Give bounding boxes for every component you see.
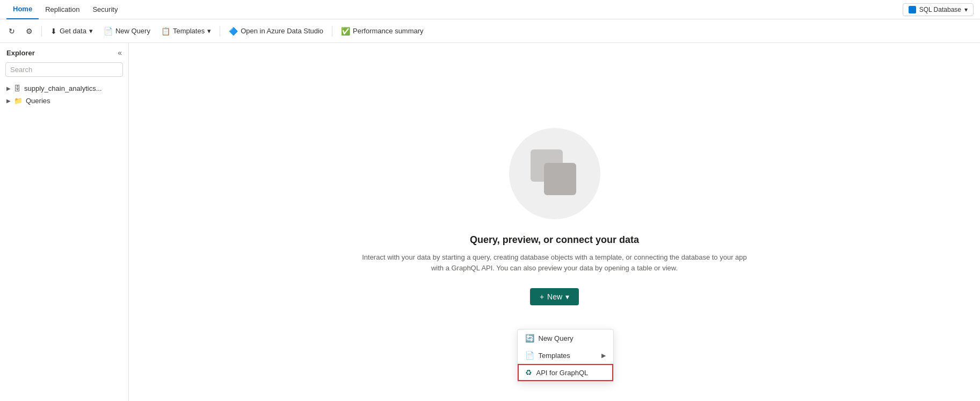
explorer-title: Explorer [6, 49, 35, 57]
queries-label: Queries [26, 97, 122, 105]
placeholder-graphic [509, 128, 600, 219]
open-ads-label: Open in Azure Data Studio [241, 27, 323, 35]
open-ads-icon: 🔷 [229, 27, 238, 35]
dropdown-new-query-label: New Query [539, 334, 574, 342]
refresh-button[interactable]: ↻ [4, 23, 19, 40]
expand-arrow-icon: ▶ [6, 85, 11, 91]
templates-button[interactable]: 📋 Templates ▾ [157, 23, 215, 40]
new-query-button[interactable]: 📄 New Query [99, 23, 155, 40]
folder-icon: 📁 [14, 97, 23, 105]
templates-label: Templates [173, 27, 205, 35]
api-graphql-icon: ♻ [525, 368, 532, 377]
new-button-label: New [547, 292, 562, 301]
tree-item-supply-chain[interactable]: ▶ 🗄 supply_chain_analytics... [0, 82, 128, 95]
toolbar: ↻ ⚙ ⬇ Get data ▾ 📄 New Query 📋 Templates… [0, 19, 980, 43]
expand-arrow-icon-2: ▶ [6, 98, 11, 104]
new-query-icon: 📄 [104, 27, 113, 35]
settings-button[interactable]: ⚙ [21, 23, 37, 40]
perf-summary-label: Performance summary [353, 27, 423, 35]
search-input[interactable] [5, 62, 123, 77]
dropdown-arrow-icon: ▾ [89, 27, 93, 35]
open-ads-button[interactable]: 🔷 Open in Azure Data Studio [224, 23, 328, 40]
nav-tab-replication[interactable]: Replication [39, 0, 86, 19]
toolbar-separator-2 [220, 26, 220, 37]
main-description: Interact with your data by starting a qu… [356, 252, 753, 273]
dropdown-api-graphql[interactable]: ♻ API for GraphQL [518, 364, 613, 381]
db-icon [909, 6, 916, 13]
db-selector[interactable]: SQL Database ▾ [903, 3, 974, 16]
new-dropdown-arrow-icon: ▾ [565, 292, 569, 301]
gear-icon: ⚙ [26, 27, 33, 35]
get-data-icon: ⬇ [50, 27, 57, 35]
perf-summary-icon: ✅ [341, 27, 350, 35]
get-data-button[interactable]: ⬇ Get data ▾ [46, 23, 97, 40]
perf-summary-button[interactable]: ✅ Performance summary [337, 23, 427, 40]
placeholder-squares [531, 149, 579, 198]
toolbar-separator-3 [332, 26, 332, 37]
dropdown-templates[interactable]: 📄 Templates ▶ [518, 347, 613, 364]
content-area: Query, preview, or connect your data Int… [129, 43, 980, 401]
supply-chain-label: supply_chain_analytics... [24, 84, 122, 92]
new-query-dropdown-icon: 🔄 [525, 334, 534, 342]
main-title: Query, preview, or connect your data [470, 234, 639, 246]
square-2 [544, 163, 576, 195]
toolbar-separator-1 [41, 26, 42, 37]
db-selector-label: SQL Database [919, 6, 961, 13]
sidebar-header: Explorer « [0, 43, 128, 62]
templates-dropdown-icon: 📄 [525, 351, 534, 360]
tree-item-queries[interactable]: ▶ 📁 Queries [0, 95, 128, 107]
sidebar: Explorer « ▶ 🗄 supply_chain_analytics...… [0, 43, 129, 401]
collapse-sidebar-button[interactable]: « [118, 48, 122, 57]
new-dropdown-menu: 🔄 New Query 📄 Templates ▶ ♻ API for Grap… [517, 329, 614, 382]
templates-arrow-icon: ▾ [207, 27, 211, 35]
plus-icon: + [540, 292, 544, 301]
new-button-container: + New ▾ 🔄 New Query 📄 Templates ▶ ♻ API … [530, 288, 579, 305]
database-icon: 🗄 [14, 84, 21, 92]
nav-tab-security[interactable]: Security [86, 0, 124, 19]
chevron-down-icon: ▾ [964, 6, 968, 13]
dropdown-new-query[interactable]: 🔄 New Query [518, 330, 613, 347]
main-area: Explorer « ▶ 🗄 supply_chain_analytics...… [0, 43, 980, 401]
top-nav: Home Replication Security SQL Database ▾ [0, 0, 980, 19]
refresh-icon: ↻ [9, 27, 15, 35]
dropdown-api-graphql-label: API for GraphQL [536, 369, 589, 377]
nav-tab-home[interactable]: Home [6, 0, 39, 19]
new-query-label: New Query [115, 27, 150, 35]
templates-icon: 📋 [161, 27, 170, 35]
new-button[interactable]: + New ▾ [530, 288, 579, 305]
get-data-label: Get data [60, 27, 86, 35]
templates-submenu-arrow-icon: ▶ [601, 352, 606, 359]
dropdown-templates-label: Templates [539, 352, 570, 360]
